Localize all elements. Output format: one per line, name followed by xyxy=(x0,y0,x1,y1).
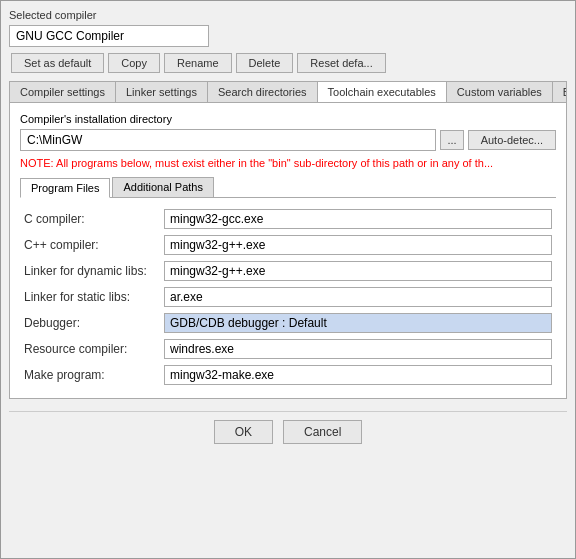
field-input[interactable] xyxy=(164,365,552,385)
table-row: Resource compiler: xyxy=(20,336,556,362)
tab-bu[interactable]: Bu... xyxy=(553,82,566,102)
field-input[interactable] xyxy=(164,209,552,229)
install-dir-label: Compiler's installation directory xyxy=(20,113,556,125)
field-input[interactable] xyxy=(164,235,552,255)
main-tabs-container: Compiler settings Linker settings Search… xyxy=(9,81,567,399)
compiler-name-input[interactable] xyxy=(9,25,209,47)
ok-button[interactable]: OK xyxy=(214,420,273,444)
field-label: Debugger: xyxy=(20,310,160,336)
bottom-buttons: OK Cancel xyxy=(9,411,567,444)
set-as-default-button[interactable]: Set as default xyxy=(11,53,104,73)
field-label: C compiler: xyxy=(20,206,160,232)
tab-custom-variables[interactable]: Custom variables xyxy=(447,82,553,102)
tab-content-area: Compiler's installation directory ... Au… xyxy=(10,103,566,398)
tab-search-directories[interactable]: Search directories xyxy=(208,82,318,102)
tab-linker-settings[interactable]: Linker settings xyxy=(116,82,208,102)
field-label: Linker for dynamic libs: xyxy=(20,258,160,284)
field-input[interactable] xyxy=(164,261,552,281)
tab-compiler-settings[interactable]: Compiler settings xyxy=(10,82,116,102)
browse-button[interactable]: ... xyxy=(440,130,463,150)
field-cell xyxy=(160,232,556,258)
field-cell xyxy=(160,362,556,388)
field-cell xyxy=(160,336,556,362)
inner-tab-program-files[interactable]: Program Files xyxy=(20,178,110,198)
reset-defaults-button[interactable]: Reset defa... xyxy=(297,53,385,73)
program-files-table: C compiler:C++ compiler:Linker for dynam… xyxy=(20,206,556,388)
dialog: Selected compiler Set as default Copy Re… xyxy=(0,0,576,559)
field-input[interactable] xyxy=(164,287,552,307)
cancel-button[interactable]: Cancel xyxy=(283,420,362,444)
inner-tab-additional-paths[interactable]: Additional Paths xyxy=(112,177,214,197)
table-row: C++ compiler: xyxy=(20,232,556,258)
field-label: Resource compiler: xyxy=(20,336,160,362)
table-row: C compiler: xyxy=(20,206,556,232)
note-text: NOTE: All programs below, must exist eit… xyxy=(20,157,556,169)
copy-button[interactable]: Copy xyxy=(108,53,160,73)
field-cell xyxy=(160,206,556,232)
auto-detect-button[interactable]: Auto-detec... xyxy=(468,130,556,150)
table-row: Make program: xyxy=(20,362,556,388)
install-dir-input[interactable] xyxy=(20,129,436,151)
field-cell xyxy=(160,310,556,336)
toolbar: Set as default Copy Rename Delete Reset … xyxy=(9,53,567,73)
field-input[interactable] xyxy=(164,313,552,333)
field-label: Linker for static libs: xyxy=(20,284,160,310)
field-input[interactable] xyxy=(164,339,552,359)
field-label: C++ compiler: xyxy=(20,232,160,258)
install-dir-section: Compiler's installation directory ... Au… xyxy=(20,113,556,169)
table-row: Debugger: xyxy=(20,310,556,336)
field-cell xyxy=(160,258,556,284)
field-cell xyxy=(160,284,556,310)
selected-compiler-label: Selected compiler xyxy=(9,9,567,21)
main-tab-bar: Compiler settings Linker settings Search… xyxy=(10,82,566,103)
field-label: Make program: xyxy=(20,362,160,388)
delete-button[interactable]: Delete xyxy=(236,53,294,73)
table-row: Linker for dynamic libs: xyxy=(20,258,556,284)
rename-button[interactable]: Rename xyxy=(164,53,232,73)
inner-tabs: Program Files Additional Paths xyxy=(20,177,556,198)
table-row: Linker for static libs: xyxy=(20,284,556,310)
tab-toolchain-executables[interactable]: Toolchain executables xyxy=(318,82,447,103)
